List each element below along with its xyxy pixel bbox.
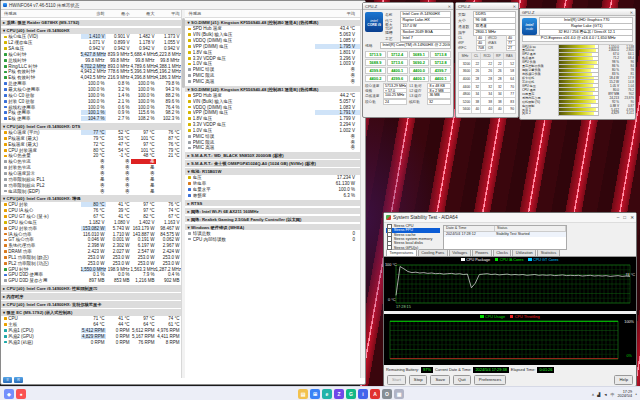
sensor-row[interactable]: CPU 封装温度80 °C54 °C101 °C79 °C: [1, 147, 181, 153]
sensor-row[interactable]: L2 缓存电压1.071 V0.899 V1.178 V1.055 V: [1, 40, 181, 46]
sensor-row[interactable]: 1.8V 电压1.799 V: [185, 116, 360, 122]
taskbar-icon-gpu-z[interactable]: G: [346, 389, 356, 399]
sensor-row[interactable]: 总使用率100.0 %0.8 %100.0 %79.8 %: [1, 81, 181, 87]
sensor-row[interactable]: PMIC 限流否: [185, 73, 360, 79]
hwinfo-col-1[interactable]: 当前: [81, 11, 106, 16]
taskbar-icon-occt[interactable]: O: [382, 389, 392, 399]
taskbar-icon-hwinfo[interactable]: i: [358, 389, 368, 399]
sensor-row[interactable]: 封装热节流否否是: [1, 165, 181, 171]
taskbar-icon-paint[interactable]: ▦: [394, 389, 404, 399]
sensor-section-header[interactable]: ▸网络: Realtek Gaming 2.5GbE Family Contro…: [185, 216, 360, 223]
sensor-row[interactable]: E核温度 (最大)72 °C47 °C97 °C76 °C: [1, 141, 181, 147]
sensor-row[interactable]: 1.8V 电压1.801 V: [185, 49, 360, 55]
sensor-row[interactable]: 核心温度异常否否否: [1, 171, 181, 177]
gpu-sensor-row[interactable]: 风扇 24,8294,411: [522, 111, 633, 115]
sensor-row[interactable]: CPU71 °C41 °C97 °C74 °C: [1, 316, 181, 322]
memwin-close-icon[interactable]: ✕: [513, 4, 516, 9]
sensor-row[interactable]: 核心时钟5,427.8 MHz839.9 MHz5,688.4 MHz5,223…: [1, 52, 181, 58]
taskbar-icon-aida64[interactable]: A: [370, 389, 380, 399]
preferences-button[interactable]: Preferences: [474, 375, 507, 385]
sensor-row[interactable]: IA 核心功率116.010 W1.710 W143.887 W84.575 W: [1, 231, 181, 237]
sensor-row[interactable]: CPU 内部错误数0: [185, 236, 360, 242]
sensor-row[interactable]: 最大核心使用率100.0 %3.2 %100.0 %94.3 %: [1, 87, 181, 93]
sensor-row[interactable]: 核心 C0 驻留100.0 %1.4 %100.0 %88.2 %: [1, 92, 181, 98]
sensor-row[interactable]: E核 有效时钟4,043.5 MHz216.9 MHz4,396.8 MHz4,…: [1, 75, 181, 81]
sensor-section-header[interactable]: ▸系统: 微星 Raider GE78HX (MS-17S2): [1, 20, 181, 27]
sensor-row[interactable]: 风扇2 (GPU)4,829 RPM0 RPM5,167 RPM4,411 RP…: [1, 333, 181, 339]
gpuz-close-icon[interactable]: ✕: [630, 10, 633, 15]
log-row[interactable]: 2024/5/4 17:28:12 Stability Test Started: [444, 232, 566, 237]
taskbar-icon-edge[interactable]: e: [322, 389, 332, 399]
gpuz-titlebar[interactable]: GPU-Z ✕: [520, 9, 635, 16]
volume-icon[interactable]: ◄: [603, 392, 607, 397]
sensor-row[interactable]: CPU GT 核心 (显卡)67 °C41 °C82 °C67 °C: [1, 214, 181, 220]
sensor-row[interactable]: GPU 时钟1,550.0 MHz198.9 MHz1,563.3 MHz1,2…: [1, 266, 181, 272]
sensor-row[interactable]: 功率限制超出 PL1是否是: [1, 176, 181, 182]
tray-chevron-icon[interactable]: ∧: [591, 392, 594, 397]
tab-voltages[interactable]: Voltages: [449, 249, 471, 256]
sensor-row[interactable]: 磨损度6.3 %: [185, 192, 360, 198]
sensor-row[interactable]: PMIC 限流否: [185, 139, 360, 145]
taskbar-icon-cpu-z[interactable]: Z: [334, 389, 344, 399]
sensor-row[interactable]: GPU D3D 使用率0.1 %0.0 %7.9 %0.4 %: [1, 272, 181, 278]
sensor-section-header[interactable]: ▸S.M.A.R.T.: WD_BLACK SN850X 2000GB (标准): [185, 152, 360, 159]
sensor-row[interactable]: PL1 功率限制 (静态)253.0 W253.0 W253.0 W253.0 …: [1, 255, 181, 261]
sensor-row[interactable]: PMIC 高温否: [185, 79, 360, 85]
sensor-row[interactable]: CPU 封装80 °C41 °C97 °C76 °C: [1, 202, 181, 208]
stress-option-stress-gpu-s-[interactable]: Stress GPU(s): [386, 245, 440, 249]
hwinfo-col-avg[interactable]: 平均: [315, 11, 360, 16]
sensor-row[interactable]: 错误总数0: [185, 230, 360, 236]
checkbox-icon[interactable]: [387, 245, 392, 250]
quit-button[interactable]: Quit: [453, 375, 471, 385]
sensor-row[interactable]: 核心热节流否否是: [1, 159, 181, 165]
hwinfo-col-2[interactable]: 最小: [106, 11, 131, 16]
sensor-row[interactable]: SPD Hub 温度44.2 °C: [185, 92, 360, 98]
sensor-row[interactable]: 核心温度 (平均)77 °C52 °C97 °C76 °C: [1, 130, 181, 136]
sensor-row[interactable]: PMIC 错误否: [185, 133, 360, 139]
sensor-row[interactable]: VDDQ (DIMM) 电压1.085 V: [185, 38, 360, 44]
hwinfo-col-3[interactable]: 最大: [131, 11, 156, 16]
sensor-row[interactable]: VIN (Bulk) 输入电压5.057 V: [185, 98, 360, 104]
help-button[interactable]: Help: [614, 375, 633, 385]
minimize-icon[interactable]: –: [617, 215, 620, 220]
sensor-row[interactable]: VPP (DIMM) 电压1.791 V: [185, 110, 360, 116]
sensor-row[interactable]: 3.3V VDDP 电压3.294 V: [185, 122, 360, 128]
sensor-section-header[interactable]: ▸网络: Intel Wi-Fi 6E AX211 160MHz: [185, 208, 360, 215]
sensor-row[interactable]: E核 使用率104.7 %2.7 %108.2 %102.3 %: [1, 116, 181, 122]
hwinfo-col-0[interactable]: 传感器: [1, 11, 81, 16]
maximize-icon[interactable]: □: [623, 215, 626, 220]
hwinfo-titlebar[interactable]: HWiNFO64 v7.46-5110 传感器状态: [1, 1, 365, 10]
tab-utilization[interactable]: Utilization: [512, 249, 536, 256]
sensor-row[interactable]: 核心电压 (VID)1.410 V0.901 V1.482 V1.373 V: [1, 34, 181, 40]
sensor-row[interactable]: 风扇3 (机箱)0 RPM0 RPM76 RPM8 RPM: [1, 339, 181, 345]
sensor-row[interactable]: CPU IA 核心76 °C39 °C97 °C74 °C: [1, 208, 181, 214]
sensor-section-header[interactable]: ▸内存时序: [1, 293, 181, 300]
taskbar-clock[interactable]: 17:29 2024/5/4: [617, 390, 632, 399]
sensor-row[interactable]: SA 电压0.942 V0.942 V0.942 V0.942 V: [1, 46, 181, 52]
tab-clocks[interactable]: Clocks: [493, 249, 512, 256]
sensor-row[interactable]: Ring/LLC 时钟4,702.2 MHz893.0 MHz4,789.6 M…: [1, 63, 181, 69]
sensor-row[interactable]: P核 有效时钟4,943.2 MHz778.6 MHz5,396.3 MHz5,…: [1, 69, 181, 75]
log-col-datetime[interactable]: Date & Time: [444, 226, 495, 231]
sensor-row[interactable]: 系统代理功率2.398 W2.302 W6.197 W2.967 W: [1, 243, 181, 249]
sensor-row[interactable]: 1.0V 电压1.002 V: [185, 128, 360, 134]
sensor-section-header[interactable]: ▸CPU [#0]: Intel Core i9-14900HX: 性能限制原因: [1, 285, 181, 292]
sensor-section-header[interactable]: ▸S.M.A.R.T.: 金士顿 OM8PGP41024Q-A0 (1024 G…: [185, 160, 360, 167]
network-icon[interactable]: ▟: [597, 392, 600, 397]
sensor-row[interactable]: GPU D3D 显存占用897 MB853 MB1,216 MB902 MB: [1, 278, 181, 284]
stability-log-table[interactable]: Date & Time Status 2024/5/4 17:28:12 Sta…: [443, 225, 567, 250]
sensor-row[interactable]: GT 核心功率0.046 W0.001 W0.191 W0.062 W: [1, 237, 181, 243]
sensor-row[interactable]: 封装 C0 驻留100.0 %2.1 %100.0 %89.6 %: [1, 98, 181, 104]
log-col-status[interactable]: Status: [495, 226, 566, 231]
sensor-row[interactable]: 电流限制 (EDP)否否是: [1, 188, 181, 194]
sensor-row[interactable]: VDDQ (DIMM) 电压1.083 V: [185, 104, 360, 110]
sensor-row[interactable]: P核 使用率100.1 %0.9 %115.6 %98.2 %: [1, 110, 181, 116]
aida-titlebar[interactable]: System Stability Test - AIDA64 –□✕: [384, 213, 636, 223]
hwinfo-footer-button-1[interactable]: R: [14, 377, 23, 383]
sensor-row[interactable]: VIN (Bulk) 输入电压5.063 V: [185, 32, 360, 38]
sensor-row[interactable]: P核温度 (最大)79 °C53 °C101 °C87 °C: [1, 136, 181, 142]
sensor-section-header[interactable]: ▸RTSS: [185, 200, 360, 207]
hwinfo-column-headers-right[interactable]: 传感器平均: [185, 10, 360, 18]
tab-powers[interactable]: Powers: [472, 249, 492, 256]
taskbar-icon-widget[interactable]: ◆: [4, 389, 14, 399]
